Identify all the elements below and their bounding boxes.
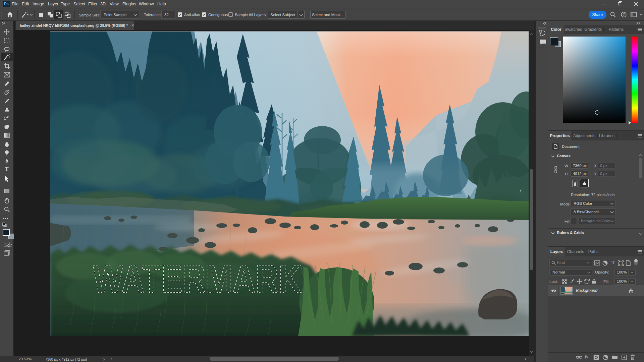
svg-text:WATERMARK: WATERMARK <box>93 257 302 301</box>
svg-text:?: ? <box>623 12 625 16</box>
